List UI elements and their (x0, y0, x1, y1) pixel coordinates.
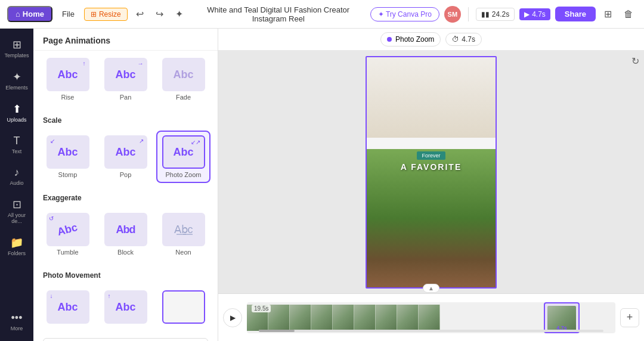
anim-pm-down[interactable]: ↓ Abc (41, 286, 95, 328)
anim-photo-zoom[interactable]: ↙↗ Abc Photo Zoom (156, 131, 210, 183)
trash-button[interactable]: 🗑 (620, 7, 637, 22)
pan-thumb: → Abc (104, 58, 147, 91)
sidebar-item-folders[interactable]: 📁 Folders (1, 231, 32, 261)
scale-section-title: Scale (33, 110, 218, 128)
anim-tumble[interactable]: ↺ Abc Tumble (41, 208, 95, 261)
exaggerate-section-title: Exaggerate (33, 188, 218, 206)
anim-pm-blank[interactable] (156, 286, 210, 328)
timeline-track[interactable]: 19.5s 4.7s (247, 302, 615, 333)
timeline: ▶ 19.5s (218, 293, 644, 341)
panel-title: Page Animations (33, 29, 218, 51)
sidebar-item-templates[interactable]: ⊞ Templates (1, 33, 32, 63)
anim-rise[interactable]: ↑ Abc Rise (41, 53, 95, 106)
sidebar-item-uploads[interactable]: ⬆ Uploads (1, 98, 32, 128)
remove-animation-button[interactable]: Remove animation (43, 338, 208, 341)
elements-icon: ✦ (13, 70, 21, 83)
curtain-image (367, 57, 496, 138)
sidebar-item-text[interactable]: T Text (1, 130, 32, 159)
bar-chart-icon: ▮▮ (481, 10, 490, 18)
pm-up-icon: ↑ (108, 293, 111, 299)
frame-7 (376, 305, 397, 331)
hide-timeline-button[interactable]: ▲ (423, 284, 439, 293)
play-time-badge[interactable]: ▶ 4.7s (519, 8, 550, 20)
folders-icon: 📁 (10, 236, 23, 249)
neon-thumb: A͟b͟c (162, 213, 205, 246)
sidebar-item-devices[interactable]: ⊡ All your de... (1, 193, 32, 229)
neon-label: Neon (175, 249, 191, 256)
home-icon: ⌂ (16, 10, 20, 18)
devices-icon: ⊡ (13, 198, 21, 211)
timeline-duration-label: 19.5s (252, 305, 271, 312)
anim-stomp[interactable]: ↙ Abc Stomp (41, 131, 95, 183)
play-icon: ▶ (524, 10, 530, 18)
canvas-timeline-area: Photo Zoom ⏱ 4.7s Forever A FAVORITE ↻ (218, 29, 644, 341)
block-thumb: Abd (104, 213, 147, 246)
anim-pm-up[interactable]: ↑ Abc (98, 286, 153, 328)
rise-label: Rise (61, 94, 74, 101)
try-canva-button[interactable]: ✦ Try Canva Pro (370, 7, 439, 21)
sidebar-item-audio[interactable]: ♪ Audio (1, 162, 32, 191)
canvas-text-area: Forever A FAVORITE (367, 149, 496, 172)
magic-button[interactable]: ✦ (172, 6, 187, 22)
favorite-text: A FAVORITE (367, 162, 496, 172)
pan-arrow-icon: → (138, 60, 144, 67)
frame-4 (311, 305, 333, 331)
icon-sidebar: ⊞ Templates ✦ Elements ⬆ Uploads T Text … (0, 29, 33, 341)
stomp-label: Stomp (58, 171, 78, 178)
scale-anim-grid: ↙ Abc Stomp ↗ Abc Pop ↙↗ Abc Photo Zoom (33, 128, 218, 188)
frame-8 (397, 305, 419, 331)
timeline-container: ▲ ▶ 19.5s (218, 293, 644, 341)
anim-fade[interactable]: Abc Fade (156, 53, 210, 106)
animations-panel: Page Animations ↑ Abc Rise → Abc Pan Abc (33, 29, 218, 341)
sidebar-item-elements[interactable]: ✦ Elements (1, 66, 32, 95)
sidebar-item-more[interactable]: ••• More (1, 307, 32, 336)
selected-clip[interactable]: 4.7s (544, 302, 580, 333)
animation-duration-badge[interactable]: ⏱ 4.7s (445, 33, 482, 46)
resize-button[interactable]: ⊞ Resize (84, 8, 128, 21)
grid-view-button[interactable]: ⊞ (600, 6, 615, 22)
anim-pan[interactable]: → Abc Pan (98, 53, 153, 106)
file-button[interactable]: File (57, 7, 79, 21)
tumble-thumb: ↺ Abc (47, 213, 89, 246)
frame-6 (354, 305, 376, 331)
clock-icon: ⏱ (452, 35, 459, 44)
resize-icon: ⊞ (91, 10, 97, 18)
pm-down-thumb: ↓ Abc (47, 290, 89, 324)
timeline-scrollbar[interactable] (259, 330, 603, 332)
home-button[interactable]: ⌂ Home (7, 6, 52, 22)
divider (468, 7, 469, 21)
rise-arrow-icon: ↑ (83, 60, 86, 67)
total-duration[interactable]: ▮▮ 24.2s (476, 8, 515, 21)
undo-button[interactable]: ↩ (132, 6, 147, 22)
pop-icon: ↗ (139, 138, 144, 144)
frame-2 (268, 305, 290, 331)
timeline-frames (247, 302, 440, 333)
pan-label: Pan (120, 94, 132, 101)
anim-pop[interactable]: ↗ Abc Pop (98, 131, 153, 183)
share-button[interactable]: Share (555, 7, 596, 21)
page-anim-grid: ↑ Abc Rise → Abc Pan Abc Fade (33, 51, 218, 110)
refresh-button[interactable]: ↻ (631, 55, 639, 67)
canvas-area: Forever A FAVORITE ↻ (218, 51, 644, 293)
photo-zoom-label: Photo Zoom (166, 171, 202, 178)
stomp-thumb: ↙ Abc (47, 135, 89, 169)
add-clip-button[interactable]: + (620, 308, 639, 327)
photo-zoom-active-btn[interactable]: Photo Zoom (380, 32, 441, 46)
uploads-icon: ⬆ (13, 103, 21, 116)
pop-thumb: ↗ Abc (104, 135, 147, 169)
stomp-icon: ↙ (50, 138, 55, 144)
timeline-scrollbar-thumb (259, 330, 295, 332)
audio-icon: ♪ (14, 166, 20, 179)
photo-movement-grid: ↓ Abc ↑ Abc (33, 283, 218, 333)
block-label: Block (117, 249, 134, 256)
text-icon: T (14, 135, 20, 147)
templates-icon: ⊞ (13, 38, 21, 51)
anim-neon[interactable]: A͟b͟c Neon (156, 208, 210, 261)
play-button[interactable]: ▶ (223, 308, 242, 327)
canvas-frame: Forever A FAVORITE (366, 56, 497, 289)
active-animation-bar: Photo Zoom ⏱ 4.7s (218, 29, 644, 51)
redo-button[interactable]: ↪ (152, 6, 167, 22)
pm-blank-thumb (162, 290, 205, 324)
anim-block[interactable]: Abd Block (98, 208, 153, 261)
rise-thumb: ↑ Abc (47, 58, 89, 91)
